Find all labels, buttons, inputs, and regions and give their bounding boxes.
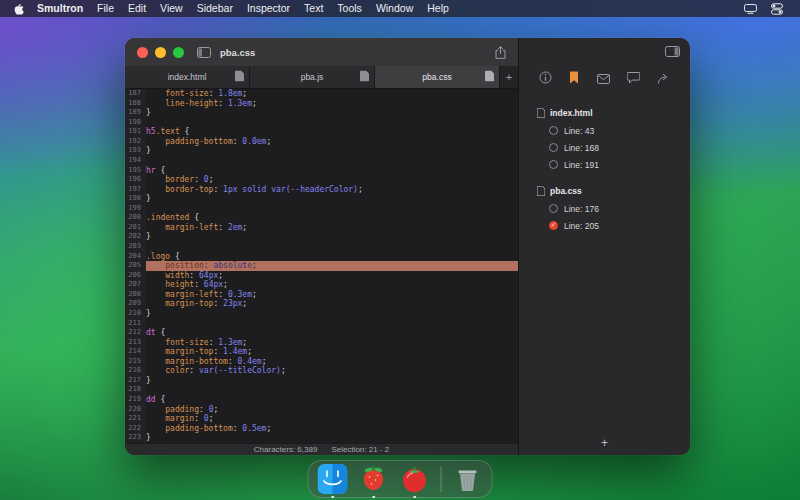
code-text: width: 64px; (146, 271, 518, 281)
control-center-icon[interactable] (764, 3, 790, 15)
code-line[interactable]: 211 (125, 319, 518, 329)
add-bookmark-button[interactable]: + (519, 431, 690, 455)
code-line[interactable]: 217} (125, 376, 518, 386)
envelope-icon[interactable] (597, 70, 610, 88)
code-line[interactable]: 215 margin-bottom: 0.4em; (125, 357, 518, 367)
code-line[interactable]: 201 margin-left: 2em; (125, 223, 518, 233)
line-number: 188 (125, 99, 146, 109)
code-line[interactable]: 222 padding-bottom: 0.5em; (125, 424, 518, 434)
code-line[interactable]: 198} (125, 194, 518, 204)
menu-item-window[interactable]: Window (369, 0, 420, 17)
code-line[interactable]: 210} (125, 309, 518, 319)
menu-item-view[interactable]: View (153, 0, 190, 17)
line-number: 210 (125, 309, 146, 319)
code-line[interactable]: 214 margin-top: 1.4em; (125, 347, 518, 357)
tomato-dock-icon[interactable] (400, 464, 430, 494)
share-icon[interactable] (495, 46, 506, 59)
code-line[interactable]: 193} (125, 146, 518, 156)
comment-icon[interactable] (627, 70, 640, 88)
tab-pba-js[interactable]: pba.js (250, 66, 375, 88)
menu-item-smultron[interactable]: Smultron (30, 0, 90, 17)
code-line[interactable]: 220 padding: 0; (125, 405, 518, 415)
code-line[interactable]: 194 (125, 156, 518, 166)
code-line[interactable]: 218 (125, 385, 518, 395)
code-line[interactable]: 191h5.text { (125, 127, 518, 137)
code-text: } (146, 376, 518, 386)
line-number: 190 (125, 118, 146, 128)
code-line[interactable]: 204.logo { (125, 252, 518, 262)
code-text: border-top: 1px solid var(--headerColor)… (146, 185, 518, 195)
code-line[interactable]: 197 border-top: 1px solid var(--headerCo… (125, 185, 518, 195)
trash-dock-icon[interactable] (453, 464, 483, 494)
bookmark-item[interactable]: Line: 191 (519, 156, 690, 173)
code-line[interactable]: 200.indented { (125, 213, 518, 223)
code-line[interactable]: 190 (125, 118, 518, 128)
code-line[interactable]: 223} (125, 433, 518, 443)
smultron-dock-icon[interactable] (359, 464, 389, 494)
code-line[interactable]: 189} (125, 108, 518, 118)
window-titlebar[interactable]: pba.css (125, 38, 518, 66)
code-line[interactable]: 209 margin-top: 23px; (125, 299, 518, 309)
bookmark-item[interactable]: Line: 176 (519, 200, 690, 217)
bookmark-radio[interactable] (549, 143, 558, 152)
bookmark-item[interactable]: Line: 43 (519, 122, 690, 139)
code-line[interactable]: 213 font-size: 1.3em; (125, 338, 518, 348)
bookmark-item[interactable]: ✓ Line: 205 (519, 217, 690, 234)
code-line[interactable]: 212dt { (125, 328, 518, 338)
code-editor[interactable]: 187 font-size: 1.8em;188 line-height: 1.… (125, 89, 518, 443)
bookmark-item[interactable]: Line: 168 (519, 139, 690, 156)
code-text: dt { (146, 328, 518, 338)
menu-item-edit[interactable]: Edit (121, 0, 153, 17)
close-window-button[interactable] (137, 47, 148, 58)
code-line[interactable]: 188 line-height: 1.3em; (125, 99, 518, 109)
code-text: margin-bottom: 0.4em; (146, 357, 518, 367)
bookmark-file-header: index.html (519, 104, 690, 122)
bookmark-radio[interactable] (549, 126, 558, 135)
code-line[interactable]: 199 (125, 204, 518, 214)
code-text: hr { (146, 166, 518, 176)
running-indicator (372, 496, 375, 499)
menu-item-tools[interactable]: Tools (330, 0, 369, 17)
share-arrow-icon[interactable] (657, 70, 670, 88)
tab-label: pba.css (422, 72, 451, 82)
code-line[interactable]: 192 padding-bottom: 0.0em; (125, 137, 518, 147)
sidebar-toggle-icon[interactable] (197, 47, 211, 58)
menu-item-file[interactable]: File (90, 0, 121, 17)
bookmark-radio[interactable] (549, 160, 558, 169)
line-number: 209 (125, 299, 146, 309)
line-number: 204 (125, 252, 146, 262)
code-line[interactable]: 195hr { (125, 166, 518, 176)
finder-dock-icon[interactable] (318, 464, 348, 494)
code-line[interactable]: 219dd { (125, 395, 518, 405)
code-line[interactable]: 207 height: 64px; (125, 280, 518, 290)
screen-mirroring-icon[interactable] (737, 4, 764, 14)
code-line[interactable]: 187 font-size: 1.8em; (125, 89, 518, 99)
bookmark-icon[interactable] (569, 70, 579, 88)
code-line[interactable]: 196 border: 0; (125, 175, 518, 185)
panel-toggle-icon[interactable] (665, 43, 680, 61)
code-line[interactable]: 208 margin-left: 0.3em; (125, 290, 518, 300)
new-tab-button[interactable]: + (500, 66, 518, 88)
code-line[interactable]: 202} (125, 232, 518, 242)
code-line[interactable]: 206 width: 64px; (125, 271, 518, 281)
code-line[interactable]: 221 margin: 0; (125, 414, 518, 424)
code-line[interactable]: 216 color: var(--titleColor); (125, 366, 518, 376)
minimize-window-button[interactable] (155, 47, 166, 58)
bookmark-radio[interactable] (549, 204, 558, 213)
apple-menu-icon[interactable] (10, 3, 30, 15)
info-icon[interactable] (539, 70, 552, 88)
code-line[interactable]: 203 (125, 242, 518, 252)
tab-pba-css[interactable]: pba.css (375, 66, 500, 88)
bookmark-radio-checked[interactable]: ✓ (549, 221, 558, 230)
code-text: .logo { (146, 252, 518, 262)
menu-item-text[interactable]: Text (297, 0, 330, 17)
smultron-window: pba.css index.html pba.js (125, 38, 690, 455)
tab-label: index.html (168, 72, 207, 82)
tab-index-html[interactable]: index.html (125, 66, 250, 88)
menu-item-inspector[interactable]: Inspector (240, 0, 297, 17)
zoom-window-button[interactable] (173, 47, 184, 58)
menu-item-sidebar[interactable]: Sidebar (190, 0, 240, 17)
menu-item-help[interactable]: Help (420, 0, 456, 17)
code-text: } (146, 194, 518, 204)
code-line-highlighted[interactable]: 205 position: absolute; (125, 261, 518, 271)
